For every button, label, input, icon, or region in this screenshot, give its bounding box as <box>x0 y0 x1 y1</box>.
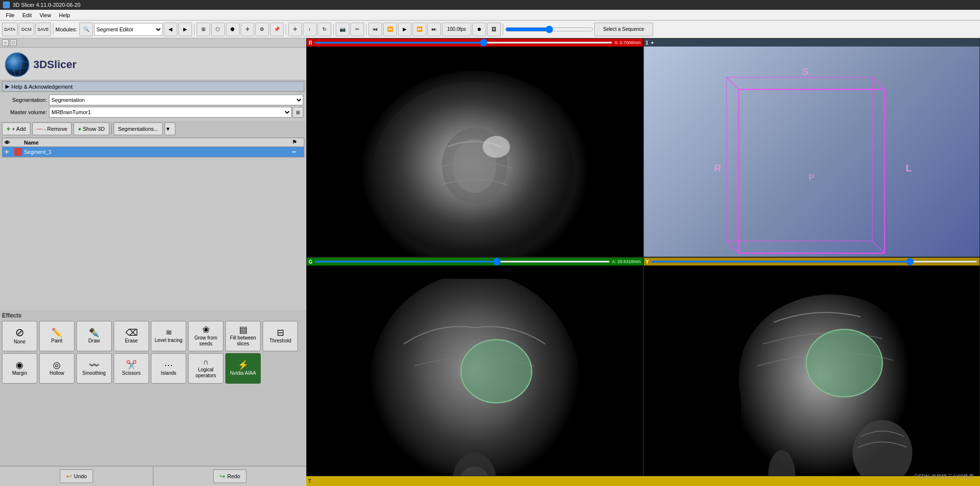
master-volume-select[interactable]: MRBrainTumor1 <box>49 107 292 118</box>
dcm-button[interactable]: DCM <box>19 23 34 36</box>
effect-none[interactable]: ⊘ None <box>2 321 37 351</box>
action-buttons-row: + + Add — - Remove ● Show 3D Segmentatio… <box>0 121 306 137</box>
segment-edit-button[interactable]: ✏ <box>292 149 302 155</box>
effect-hollow[interactable]: ◎ Hollow <box>39 353 74 384</box>
segmentations-dropdown-button[interactable]: ▼ <box>165 122 175 135</box>
hollow-label: Hollow <box>49 370 64 376</box>
nav-arrows[interactable]: ↕ <box>303 23 317 36</box>
menu-file[interactable]: File <box>2 11 19 19</box>
bottom-viewer-bar: T <box>306 476 980 486</box>
logical-operators-icon: ∩ <box>203 358 209 366</box>
sagittal-slice-slider[interactable] <box>651 261 978 263</box>
effect-level-tracing[interactable]: ≋ Level tracing <box>151 321 186 351</box>
effect-draw[interactable]: ✒️ Draw <box>76 321 112 351</box>
master-volume-options-button[interactable]: ⊞ <box>293 107 303 118</box>
axial-slice-value: S: 0.7000mm <box>614 40 641 45</box>
crosshair-button[interactable]: ✛ <box>241 23 254 36</box>
remove-icon: — <box>37 125 43 132</box>
panel-collapse-button[interactable]: – <box>2 39 9 46</box>
next-module-button[interactable]: ▶ <box>178 23 192 36</box>
select-sequence-button[interactable]: Select a Sequence <box>594 23 653 36</box>
show3d-icon: ● <box>78 126 81 132</box>
nav-rotate[interactable]: ↻ <box>318 23 331 36</box>
add-segment-button[interactable]: + + Add <box>2 122 30 135</box>
panel-restore-button[interactable]: □ <box>10 39 17 46</box>
first-frame-button[interactable]: ⏮ <box>368 23 382 36</box>
segmentations-button[interactable]: Segmentations... <box>114 122 163 135</box>
menu-view[interactable]: View <box>36 11 55 19</box>
redo-button[interactable]: ↪ Redo <box>213 469 246 483</box>
prev-frame-button[interactable]: ⏪ <box>383 23 397 36</box>
none-label: None <box>14 339 25 345</box>
bottom-buttons: ↩ Undo ↪ Redo <box>0 466 306 486</box>
last-frame-button[interactable]: ⏭ <box>427 23 441 36</box>
effect-grow-seeds[interactable]: ❀ Grow from seeds <box>188 321 223 351</box>
pin-button[interactable]: 📌 <box>270 23 284 36</box>
remove-segment-button[interactable]: — - Remove <box>32 122 72 135</box>
effect-nvidia-aiaa[interactable]: ⚡ Nvidia AIAA <box>225 353 261 384</box>
scissors-icon: ✂️ <box>126 361 137 369</box>
3d-content: S I R L P <box>644 47 980 257</box>
effect-paint[interactable]: ✏️ Paint <box>39 321 74 351</box>
settings-button[interactable]: ⚙ <box>255 23 269 36</box>
undo-icon: ↩ <box>66 472 72 480</box>
logical-operators-label: Logical operators <box>189 367 223 379</box>
threshold-label: Threshold <box>270 338 291 344</box>
3d-viewer: 1 ✦ S <box>643 38 980 257</box>
segmentation-row: Segmentation: Segmentation <box>1 95 305 105</box>
3d-view-button[interactable]: ⬡ <box>211 23 225 36</box>
segmentation-label: Segmentation: <box>3 97 47 103</box>
segment-visibility-toggle[interactable]: 👁 <box>4 149 14 155</box>
sagittal-content: B: MRBrainTumor1 <box>644 266 980 476</box>
play-button[interactable]: ▶ <box>398 23 412 36</box>
sep1 <box>53 24 53 35</box>
fps-display: 100.0fps <box>442 23 471 36</box>
nvidia-aiaa-icon: ⚡ <box>238 361 248 369</box>
screenshot-button[interactable]: 🖼 <box>487 23 501 36</box>
search-modules-button[interactable]: 🔍 <box>79 23 93 36</box>
data-button[interactable]: DATA <box>2 23 18 36</box>
paint-icon: ✏️ <box>51 328 62 337</box>
help-arrow-icon: ▶ <box>5 83 9 90</box>
module-selector[interactable]: Segment Editor <box>94 23 163 36</box>
next-frame-button[interactable]: ⏩ <box>413 23 426 36</box>
master-volume-label: Master volume: <box>3 109 47 115</box>
app-name: 3DSlicer <box>33 58 76 71</box>
menu-help[interactable]: Help <box>55 11 74 19</box>
3d-topbar: 1 ✦ <box>644 39 980 47</box>
capture-button[interactable]: 📷 <box>336 23 349 36</box>
level-tracing-label: Level tracing <box>155 338 183 343</box>
effect-scissors[interactable]: ✂️ Scissors <box>114 353 149 384</box>
effect-fill-slices[interactable]: ▤ Fill between slices <box>225 321 261 351</box>
svg-line-12 <box>727 241 739 253</box>
effect-logical-operators[interactable]: ∩ Logical operators <box>188 353 223 384</box>
effect-margin[interactable]: ◉ Margin <box>2 353 37 384</box>
clip-button[interactable]: ✂ <box>350 23 364 36</box>
undo-button[interactable]: ↩ Undo <box>60 469 93 483</box>
coronal-slice-slider[interactable] <box>315 261 610 263</box>
segment-row[interactable]: 👁 Segment_1 ✏ <box>2 147 304 157</box>
sep2 <box>194 24 195 35</box>
nvidia-aiaa-label: Nvidia AIAA <box>230 370 256 376</box>
volume-button[interactable]: ⬢ <box>226 23 240 36</box>
sequence-slider[interactable] <box>505 25 593 33</box>
effect-erase[interactable]: ⌫ Erase <box>114 321 149 351</box>
nav-crosshair[interactable]: ✛ <box>288 23 302 36</box>
sep6 <box>503 24 503 35</box>
sagittal-mri <box>661 279 963 476</box>
add-icon: + <box>6 125 10 133</box>
bottom-bar-label: T <box>308 479 311 484</box>
menu-edit[interactable]: Edit <box>19 11 36 19</box>
help-section-header[interactable]: ▶ Help & Acknowledgement <box>2 81 304 92</box>
record-button[interactable]: ⏺ <box>472 23 486 36</box>
show3d-button[interactable]: ● Show 3D <box>74 122 109 135</box>
save-button[interactable]: SAVE <box>35 23 51 36</box>
smoothing-icon: 〰️ <box>89 361 99 369</box>
effect-islands[interactable]: ⋯ Islands <box>151 353 186 384</box>
layout-button[interactable]: ⊞ <box>196 23 210 36</box>
prev-module-button[interactable]: ◀ <box>164 23 177 36</box>
effect-threshold[interactable]: ⊟ Threshold <box>263 321 298 351</box>
axial-slice-slider[interactable] <box>314 42 612 44</box>
segmentation-select[interactable]: Segmentation <box>49 95 303 105</box>
effect-smoothing[interactable]: 〰️ Smoothing <box>76 353 112 384</box>
